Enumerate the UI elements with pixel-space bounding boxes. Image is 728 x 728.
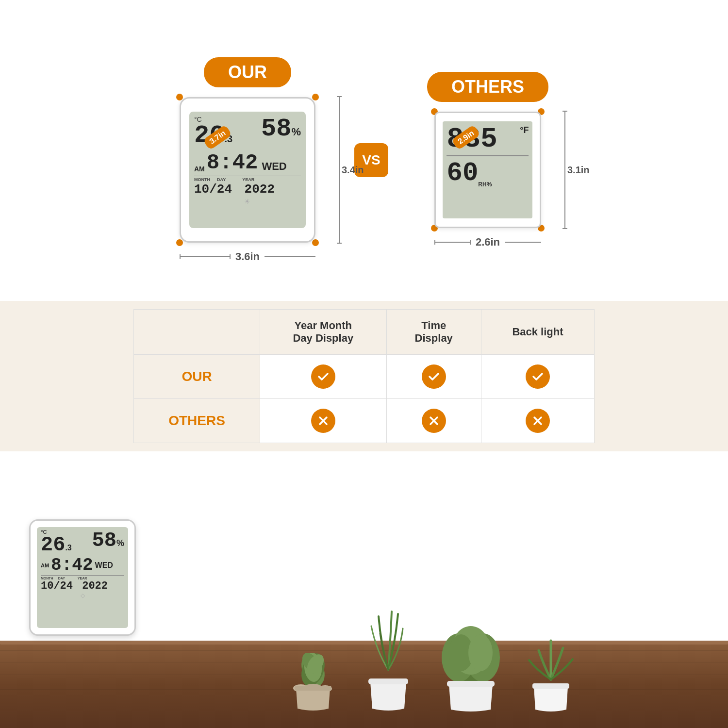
width-value: 3.6in — [235, 250, 260, 263]
bottom-month-lbl: MONTH — [41, 577, 53, 580]
others-column: OTHERS 835 °F 60 — [427, 72, 548, 248]
bottom-backlight: ◇ — [41, 592, 124, 599]
check-icon-2 — [422, 364, 446, 389]
height-value: 3.4in — [342, 165, 364, 176]
year-label: YEAR — [242, 177, 254, 182]
others-row-label: OTHERS — [134, 399, 260, 443]
bottom-row1: °C 26 .3 58 % — [41, 529, 124, 555]
svg-rect-15 — [368, 678, 408, 684]
check-icon-1 — [311, 364, 335, 389]
screen-row2: AM 8:42 WED — [194, 150, 301, 175]
others-row2: 60 RH% — [447, 158, 529, 188]
header-year-month: Year Month Day Display — [260, 310, 387, 355]
bottom-row2: AM 8:42 WED — [41, 555, 124, 575]
backlight-icon: ☀ — [194, 198, 301, 205]
our-badge: OUR — [204, 57, 291, 87]
bottom-am: AM — [41, 563, 49, 568]
screen-row3: MONTH DAY YEAR 10/24 2022 — [194, 176, 301, 197]
others-cross1 — [260, 399, 387, 443]
our-check3 — [481, 355, 594, 399]
cross-icon-2 — [422, 409, 446, 433]
svg-rect-14 — [295, 686, 331, 691]
others-cross3 — [481, 399, 594, 443]
humidity-value: 58 — [261, 115, 291, 143]
our-column: OUR °C 26 — [180, 57, 315, 263]
bottom-day: WED — [95, 561, 113, 570]
bottom-screen: °C 26 .3 58 % AM 8:42 WED — [37, 527, 128, 628]
bottom-device-wrapper: °C 26 .3 58 % AM 8:42 WED — [29, 519, 136, 655]
others-cross2 — [386, 399, 481, 443]
bottom-date-labels: MONTH DAY YEAR — [41, 577, 124, 580]
bottom-section: °C 26 .3 58 % AM 8:42 WED — [0, 451, 728, 728]
bottom-date-values: 10/24 2022 — [41, 580, 124, 592]
plant-4-svg — [522, 626, 580, 713]
time-value: 8:42 — [207, 150, 258, 175]
plant-1 — [284, 636, 342, 713]
our-check1 — [260, 355, 387, 399]
corner-dot-bl — [176, 239, 183, 246]
humidity-symbol: % — [291, 126, 301, 138]
our-check2 — [386, 355, 481, 399]
corner-dot-tr — [312, 94, 319, 100]
bottom-year-lbl: YEAR — [78, 577, 87, 580]
bottom-device: °C 26 .3 58 % AM 8:42 WED — [29, 519, 136, 636]
bottom-temp: 26 — [41, 535, 65, 555]
corner-dot-br — [312, 239, 319, 246]
svg-rect-23 — [532, 683, 569, 689]
plant-3-svg — [434, 616, 507, 713]
plant-2 — [357, 607, 420, 713]
others-screen: 835 °F 60 RH% 2.9in — [443, 121, 532, 218]
svg-point-21 — [468, 634, 493, 671]
svg-rect-22 — [447, 681, 495, 687]
plants-area — [165, 461, 699, 713]
comparison-table: Year Month Day Display Time Display Back… — [133, 309, 595, 443]
height-dimension: 3.4in — [339, 97, 340, 243]
top-section: OUR °C 26 — [0, 0, 728, 301]
plant-2-svg — [357, 607, 420, 713]
bottom-row3: MONTH DAY YEAR 10/24 2022 — [41, 575, 124, 592]
width-dimension: 3.6in — [180, 250, 315, 263]
our-screen: °C 26 .3 58 % — [189, 112, 306, 228]
others-fahrenheit: °F — [520, 125, 529, 135]
check-icon-3 — [526, 364, 550, 389]
bottom-time: 8:42 — [51, 555, 93, 575]
others-device-wrapper: 835 °F 60 RH% 2.9in — [434, 112, 541, 228]
bottom-humidity-sym: % — [116, 538, 124, 548]
our-row-label: OUR — [134, 355, 260, 399]
plant-4 — [522, 626, 580, 713]
day-label-sm: DAY — [217, 177, 226, 182]
header-empty — [134, 310, 260, 355]
middle-section: Year Month Day Display Time Display Back… — [0, 301, 728, 451]
cross-icon-1 — [311, 409, 335, 433]
rh-label: RH% — [478, 181, 492, 188]
others-humidity: 60 — [447, 158, 478, 188]
plant-3 — [434, 616, 507, 713]
plant-1-svg — [284, 636, 342, 713]
am-label: AM — [194, 165, 205, 173]
others-height-value: 3.1in — [567, 165, 590, 176]
header-backlight: Back light — [481, 310, 594, 355]
month-label: MONTH — [194, 177, 210, 182]
date-values: 10/24 2022 — [194, 182, 301, 197]
our-device: °C 26 .3 58 % — [180, 97, 315, 243]
others-divider — [447, 155, 529, 156]
others-height-dimension: 3.1in — [564, 112, 565, 228]
bottom-day-lbl: DAY — [58, 577, 65, 580]
others-device: 835 °F 60 RH% 2.9in — [434, 112, 541, 228]
others-badge: OTHERS — [427, 72, 548, 102]
bottom-temp-decimal: .3 — [65, 544, 71, 552]
cross-icon-3 — [526, 409, 550, 433]
bottom-humidity: 58 — [92, 529, 116, 552]
day-label: WED — [262, 160, 286, 173]
header-time: Time Display — [386, 310, 481, 355]
our-device-wrapper: °C 26 .3 58 % — [180, 97, 315, 243]
date-labels: MONTH DAY YEAR — [194, 177, 301, 182]
others-width-dimension: 2.6in — [434, 236, 541, 248]
others-width-value: 2.6in — [476, 236, 500, 248]
